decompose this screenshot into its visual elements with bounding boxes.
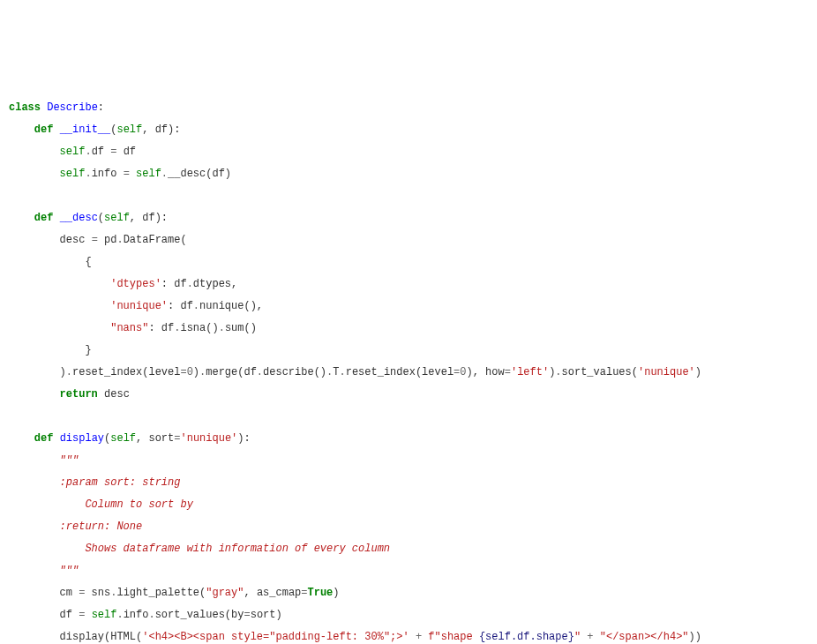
token: ): [237, 432, 250, 445]
token: , df): [130, 212, 168, 224]
token: , sort [136, 432, 174, 445]
token: describe() [263, 366, 326, 378]
token: . [85, 168, 91, 180]
token: df [92, 146, 111, 158]
code-line: """ [9, 450, 808, 472]
code-line: self.info = self.__desc(df) [9, 163, 808, 185]
token: : [98, 101, 104, 114]
token: :param sort: string [9, 476, 180, 489]
token: pd [98, 234, 117, 246]
token: self [92, 609, 117, 621]
token: def [34, 212, 60, 224]
token: : df [148, 322, 174, 334]
token [9, 388, 60, 401]
code-line: df = self.info.sort_values(by=sort) [9, 604, 808, 626]
code-line [9, 185, 808, 207]
token: __desc(df) [168, 168, 231, 180]
token: 'nunique' [638, 366, 695, 378]
code-line: Column to sort by [9, 494, 808, 516]
code-line: :param sort: string [9, 472, 808, 494]
token: 0 [187, 366, 193, 378]
token: ), how [467, 366, 505, 378]
code-line: "nans": df.isna().sum() [9, 318, 808, 340]
token: df [116, 146, 136, 158]
code-line: } [9, 340, 808, 362]
token: . [193, 300, 199, 312]
code-line: def display(self, sort='nunique'): [9, 428, 808, 450]
token: Shows dataframe with information of ever… [9, 543, 390, 555]
token: : df [168, 300, 193, 312]
token: ( [98, 212, 104, 224]
token [9, 146, 60, 158]
token: "</span></h4>" [600, 631, 689, 643]
token: reset_index(level [72, 366, 180, 378]
token: """ [60, 454, 79, 467]
token [9, 168, 60, 180]
token: = [92, 234, 98, 246]
token: } [9, 344, 92, 356]
code-line: 'dtypes': df.dtypes, [9, 273, 808, 296]
token: = [505, 366, 511, 378]
token: . [116, 234, 123, 246]
token: self [60, 146, 86, 158]
token: 0 [460, 366, 466, 378]
code-line: def __desc(self, df): [9, 207, 808, 229]
token: ) [695, 366, 701, 378]
token: sort_values(by [155, 609, 244, 621]
token [9, 432, 34, 445]
token: { [9, 256, 92, 268]
token: self [116, 124, 142, 136]
token: cm [9, 587, 79, 599]
code-line: def __init__(self, df): [9, 119, 808, 141]
token: . [148, 609, 154, 621]
token: df [9, 609, 79, 621]
token: . [339, 366, 345, 378]
code-line: cm = sns.light_palette("gray", as_cmap=T… [9, 582, 808, 604]
token: 'nunique' [180, 432, 237, 445]
token: sort_values( [562, 366, 638, 378]
token: sum() [225, 322, 257, 334]
token: __init__ [60, 124, 111, 136]
code-line: { [9, 251, 808, 273]
token: info [92, 168, 124, 180]
token: nunique(), [199, 300, 263, 312]
code-line: ).reset_index(level=0).merge(df.describe… [9, 362, 808, 384]
token: = [124, 168, 130, 180]
token: :return: None [9, 520, 142, 533]
token: 'left' [511, 366, 549, 378]
token [9, 212, 34, 224]
token: . [257, 366, 263, 378]
code-line [9, 406, 808, 428]
token: = [301, 587, 307, 599]
token: , as_cmap [244, 587, 301, 599]
token [9, 454, 60, 467]
token: ) [9, 366, 66, 378]
code-line: return desc [9, 384, 808, 406]
token: ) [333, 587, 339, 599]
token [409, 631, 416, 643]
code-line: 'nunique': df.nunique(), [9, 296, 808, 318]
token: self [104, 212, 130, 224]
token: desc [98, 388, 130, 401]
token: )) [689, 631, 701, 643]
token: return [60, 388, 98, 401]
token: display(HTML( [9, 631, 142, 643]
code-line: Shows dataframe with information of ever… [9, 538, 808, 560]
token: 'nunique' [110, 300, 168, 312]
token: . [66, 366, 72, 378]
token [9, 300, 110, 312]
token: merge(df [206, 366, 257, 378]
token: desc [9, 234, 92, 246]
token: info [124, 609, 149, 621]
token: self [136, 168, 161, 180]
token: ) [193, 366, 199, 378]
token: def [34, 432, 60, 445]
token: . [85, 146, 91, 158]
token: sort) [251, 609, 282, 621]
code-block: class Describe: def __init__(self, df): … [9, 97, 808, 644]
token [594, 631, 600, 643]
code-line: display(HTML('<h4><B><span style="paddin… [9, 626, 808, 644]
token: reset_index(level [346, 366, 453, 378]
token: Describe [47, 101, 98, 114]
token: __desc [60, 212, 98, 224]
